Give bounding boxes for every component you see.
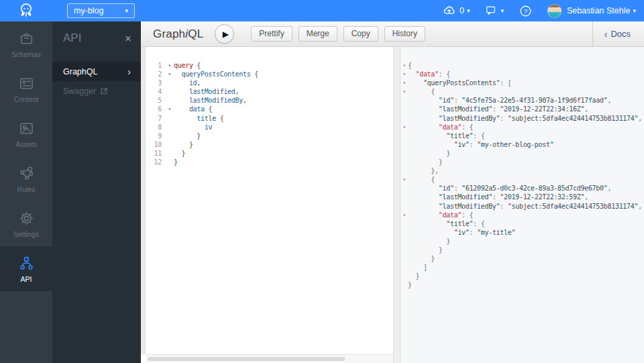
merge-button[interactable]: Merge xyxy=(299,26,337,42)
code-text: "lastModifiedBy": "subject:5dfa4ec424414… xyxy=(408,202,642,211)
fold-arrow-icon[interactable]: ▾ xyxy=(400,79,408,87)
close-icon[interactable]: × xyxy=(125,33,131,44)
result-code-line: ▾{ xyxy=(400,61,644,70)
code-text: queryPostsContents { xyxy=(174,70,258,79)
docs-toggle-button[interactable]: ‹ Docs xyxy=(592,21,644,46)
app-selector-value: my-blog xyxy=(74,6,103,15)
result-code-line: ▾ "data": { xyxy=(400,211,644,219)
pane-resizer[interactable] xyxy=(393,47,400,363)
result-code-line: "lastModified": "2019-12-22T22:34:16Z", xyxy=(400,105,644,113)
fold-spacer xyxy=(400,272,408,280)
sidebar-item-settings[interactable]: Settings xyxy=(0,201,52,246)
result-code-line: "id": "612092a5-d0c3-42ce-89a3-85d7cd9e6… xyxy=(400,184,644,193)
graphiql-logo: GraphiQL xyxy=(153,28,203,41)
query-code-line: 11 } xyxy=(146,149,393,158)
fold-spacer xyxy=(165,114,174,123)
fold-spacer xyxy=(400,149,408,158)
fold-spacer xyxy=(400,237,408,246)
line-number: 3 xyxy=(146,79,165,87)
external-link-icon xyxy=(100,87,108,95)
fold-arrow-icon[interactable]: ▾ xyxy=(400,70,408,79)
app-selector-dropdown[interactable]: my-blog ▾ xyxy=(67,3,135,18)
result-code-line: ▾ { xyxy=(400,87,644,96)
line-number: 10 xyxy=(146,140,165,149)
query-code-line: 6▾ data { xyxy=(146,105,393,113)
fold-arrow-icon[interactable]: ▾ xyxy=(400,123,408,132)
panel-item-swagger[interactable]: Swagger xyxy=(52,81,141,101)
user-menu[interactable]: Sebastian Stehle ▾ xyxy=(547,4,636,18)
query-editor[interactable]: 1▾query {2▾ queryPostsContents {3 id,4 l… xyxy=(141,47,393,363)
result-code-line: } xyxy=(400,254,644,263)
sidebar-item-assets[interactable]: Assets xyxy=(0,111,52,156)
code-text: lastModified, xyxy=(174,87,239,96)
query-code-line: 2▾ queryPostsContents { xyxy=(146,70,393,79)
fold-spacer xyxy=(400,202,408,211)
chevron-down-icon: ▾ xyxy=(125,8,128,14)
fold-arrow-icon[interactable]: ▾ xyxy=(400,211,408,219)
panel-item-graphql[interactable]: GraphQL › xyxy=(52,62,141,81)
fold-arrow-icon[interactable]: ▾ xyxy=(165,105,174,113)
result-code-line: "iv": "my-other-blog-post" xyxy=(400,140,644,149)
docs-label: Docs xyxy=(610,29,631,39)
code-text: "id": "612092a5-d0c3-42ce-89a3-85d7cd9e6… xyxy=(408,184,611,193)
fold-arrow-icon[interactable]: ▾ xyxy=(400,87,408,96)
fold-spacer xyxy=(400,96,408,105)
topbar-right-cluster: 0 ▾ ▾ ? Sebastian Stehle xyxy=(442,4,644,18)
code-text: iv xyxy=(174,123,212,132)
help-button[interactable]: ? xyxy=(519,4,533,18)
sidebar-item-rules[interactable]: Rules xyxy=(0,156,52,201)
code-text: } xyxy=(174,132,201,140)
result-code-line: ▾ "data": { xyxy=(400,123,644,132)
fold-spacer xyxy=(400,158,408,166)
result-code-line: "iv": "my-title" xyxy=(400,228,644,237)
fold-spacer xyxy=(400,166,408,175)
sidebar-item-label: API xyxy=(21,275,32,283)
code-text: ] xyxy=(408,263,427,272)
fold-arrow-icon[interactable]: ▾ xyxy=(165,61,174,70)
query-code-line: 9 } xyxy=(146,132,393,140)
history-button[interactable]: History xyxy=(384,26,425,42)
fold-spacer xyxy=(165,140,174,149)
code-text: "data": { xyxy=(408,70,450,79)
code-text: }, xyxy=(408,166,439,175)
prettify-button[interactable]: Prettify xyxy=(251,26,292,42)
code-text: } xyxy=(408,254,435,263)
api-icon xyxy=(18,255,35,272)
code-text: } xyxy=(408,280,412,289)
query-code-line: 1▾query { xyxy=(146,61,393,70)
line-number: 2 xyxy=(146,70,165,79)
line-number: 5 xyxy=(146,96,165,105)
sidebar-item-api[interactable]: API xyxy=(0,246,52,291)
sidebar-item-label: Rules xyxy=(17,185,36,193)
fold-spacer xyxy=(400,132,408,140)
line-number: 6 xyxy=(146,105,165,113)
fold-spacer xyxy=(400,254,408,263)
code-text: "title": { xyxy=(408,219,484,228)
fold-arrow-icon[interactable]: ▾ xyxy=(400,61,408,70)
fold-spacer xyxy=(400,228,408,237)
gear-icon xyxy=(18,210,35,227)
api-panel-menu: GraphQL › Swagger xyxy=(52,62,141,101)
line-number: 7 xyxy=(146,114,165,123)
code-text: } xyxy=(174,140,193,149)
execute-query-button[interactable]: ▶ xyxy=(215,24,234,44)
result-code-line: ▾ "queryPostsContents": [ xyxy=(400,79,644,87)
scrollbar-thumb[interactable] xyxy=(148,357,345,361)
fold-spacer xyxy=(165,158,174,166)
sidebar-item-content[interactable]: Content xyxy=(0,66,52,111)
squidex-logo[interactable] xyxy=(0,2,52,19)
graphiql-toolbar: GraphiQL ▶ Prettify Merge Copy History ‹… xyxy=(141,21,644,47)
fold-spacer xyxy=(165,132,174,140)
feedback-menu[interactable]: ▾ xyxy=(484,4,504,17)
sidebar-item-schemas[interactable]: Schemas xyxy=(0,21,52,66)
fold-arrow-icon[interactable]: ▾ xyxy=(400,175,408,184)
uploads-menu[interactable]: 0 ▾ xyxy=(442,4,470,18)
schemas-icon xyxy=(18,30,35,47)
help-icon: ? xyxy=(519,4,533,18)
fold-arrow-icon[interactable]: ▾ xyxy=(165,70,174,79)
copy-button[interactable]: Copy xyxy=(343,26,378,42)
code-text: { xyxy=(408,175,435,184)
code-text: "lastModified": "2019-12-22T22:32:59Z", xyxy=(408,193,588,201)
user-name: Sebastian Stehle xyxy=(567,6,631,15)
query-code-line: 3 id, xyxy=(146,79,393,87)
